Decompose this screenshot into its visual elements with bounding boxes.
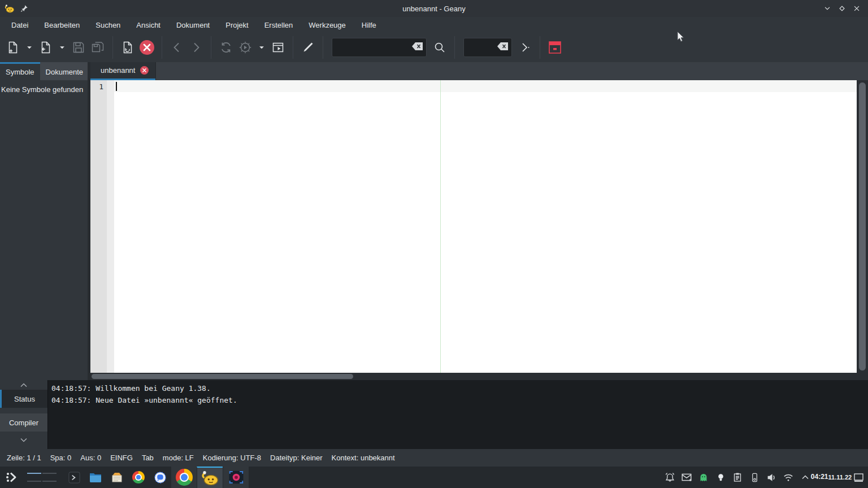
clock-date: 11.11.22 — [828, 474, 852, 481]
goto-line-button[interactable] — [515, 37, 535, 58]
toolbar-separator — [162, 36, 162, 59]
screenshot-tool-task-button[interactable] — [223, 467, 249, 488]
vertical-scrollbar[interactable] — [857, 80, 868, 373]
text-caret — [116, 82, 117, 91]
terminal-icon[interactable] — [63, 467, 85, 488]
chrome-icon[interactable] — [128, 467, 149, 488]
status-line-ending: mode: LF — [163, 454, 194, 462]
virtual-desktop-pager[interactable] — [27, 470, 57, 485]
toolbar-separator — [454, 36, 455, 59]
menu-ansicht[interactable]: Ansicht — [131, 19, 166, 32]
status-messages: 04:18:57: Willkommen bei Geany 1.38. 04:… — [47, 380, 868, 449]
run-button[interactable] — [268, 37, 288, 58]
status-insert-mode: EINFG — [110, 454, 133, 462]
kdeconnect-phone-icon[interactable] — [746, 467, 763, 488]
new-file-dropdown-icon[interactable] — [23, 37, 36, 58]
open-file-button[interactable] — [36, 37, 55, 58]
search-entry[interactable] — [332, 38, 427, 57]
revert-button[interactable] — [118, 37, 137, 58]
menu-datei[interactable]: Datei — [6, 19, 34, 32]
menubar: Datei Bearbeiten Suchen Ansicht Dokument… — [0, 17, 868, 33]
line-number: 1 — [99, 82, 103, 91]
horizontal-scrollbar[interactable] — [90, 373, 868, 380]
tab-unbenannt[interactable]: unbenannt — [90, 62, 155, 80]
pager-desktop-3[interactable] — [27, 481, 41, 482]
menu-dokument[interactable]: Dokument — [171, 19, 215, 32]
sidebar: Symbole Dokumente Keine Symbole gefunden — [0, 62, 88, 380]
titlebar: unbenannt - Geany — [0, 0, 868, 17]
clear-goto-icon[interactable] — [497, 41, 509, 54]
menu-erstellen[interactable]: Erstellen — [259, 19, 299, 32]
scroll-tabs-up-icon[interactable] — [0, 380, 47, 390]
status-tab-mode: Tab — [142, 454, 154, 462]
toolbar — [0, 33, 868, 62]
desktop: unbenannt - Geany Datei Bearbeiten Suche… — [0, 0, 868, 488]
tab-dokumente[interactable]: Dokumente — [40, 62, 89, 80]
volume-icon[interactable] — [763, 467, 780, 488]
mail-tray-icon[interactable] — [678, 467, 695, 488]
scroll-tabs-down-icon[interactable] — [0, 435, 47, 445]
ghost-tray-icon[interactable] — [695, 467, 712, 488]
quit-button[interactable] — [545, 37, 565, 58]
geany-task-button[interactable] — [197, 467, 223, 488]
save-button — [69, 37, 88, 58]
chrome-task-button[interactable] — [171, 467, 197, 488]
search-input[interactable] — [336, 43, 411, 52]
nav-back-button — [167, 37, 186, 58]
status-context: Kontext: unbekannt — [332, 454, 395, 462]
vertical-scrollbar-thumb[interactable] — [858, 82, 866, 371]
save-all-button — [88, 37, 107, 58]
maximize-button[interactable] — [837, 4, 847, 13]
wifi-icon[interactable] — [780, 467, 797, 488]
pager-desktop-2[interactable] — [42, 473, 57, 474]
menu-suchen[interactable]: Suchen — [90, 19, 126, 32]
tab-compiler[interactable]: Compiler — [0, 413, 47, 432]
app-launcher-icon[interactable] — [0, 467, 24, 488]
editor: 1 — [90, 80, 868, 373]
menu-projekt[interactable]: Projekt — [220, 19, 254, 32]
status-column: Spa: 0 — [50, 454, 72, 462]
show-desktop-icon[interactable] — [849, 467, 868, 488]
editor-text-area[interactable] — [114, 80, 857, 373]
build-button — [236, 37, 255, 58]
pager-desktop-4[interactable] — [42, 481, 57, 482]
lightbulb-tray-icon[interactable] — [712, 467, 729, 488]
line-number-gutter: 1 — [90, 80, 107, 373]
menu-bearbeiten[interactable]: Bearbeiten — [38, 19, 85, 32]
menu-werkzeuge[interactable]: Werkzeuge — [303, 19, 351, 32]
goto-line-input[interactable] — [467, 43, 497, 52]
mouse-cursor — [676, 31, 685, 45]
clock-time: 04:21 — [811, 473, 828, 481]
status-message-line: 04:18:57: Willkommen bei Geany 1.38. — [51, 382, 868, 394]
clipboard-tray-icon[interactable] — [729, 467, 746, 488]
search-button[interactable] — [430, 37, 449, 58]
toolbar-separator — [211, 36, 211, 59]
close-button[interactable] — [852, 4, 861, 13]
close-document-button[interactable] — [137, 37, 157, 58]
open-file-dropdown-icon[interactable] — [55, 37, 69, 58]
new-file-button[interactable] — [3, 37, 23, 58]
pager-desktop-1[interactable] — [27, 473, 41, 474]
archive-app-icon[interactable] — [106, 467, 128, 488]
build-dropdown-icon[interactable] — [255, 37, 268, 58]
signal-icon[interactable] — [149, 467, 171, 488]
fold-margin — [107, 80, 114, 373]
notifications-bell-icon[interactable] — [661, 467, 678, 488]
main-area: Symbole Dokumente Keine Symbole gefunden… — [0, 62, 868, 380]
color-chooser-button[interactable] — [298, 37, 318, 58]
minimize-button[interactable] — [823, 4, 832, 13]
tab-symbole[interactable]: Symbole — [0, 62, 40, 80]
taskbar: 04:21 11.11.22 — [0, 467, 868, 488]
tab-close-icon[interactable] — [140, 66, 149, 75]
document-tab-label: unbenannt — [101, 66, 135, 75]
status-encoding: Kodierung: UTF-8 — [203, 454, 261, 462]
file-manager-icon[interactable] — [85, 467, 106, 488]
tab-status[interactable]: Status — [0, 390, 47, 408]
status-filetype: Dateityp: Keiner — [270, 454, 323, 462]
goto-line-entry[interactable] — [463, 38, 512, 57]
clear-search-icon[interactable] — [411, 41, 424, 54]
toolbar-separator — [112, 36, 113, 59]
horizontal-scrollbar-thumb[interactable] — [92, 374, 353, 379]
clock[interactable]: 04:21 11.11.22 — [814, 467, 849, 488]
menu-hilfe[interactable]: Hilfe — [356, 19, 382, 32]
